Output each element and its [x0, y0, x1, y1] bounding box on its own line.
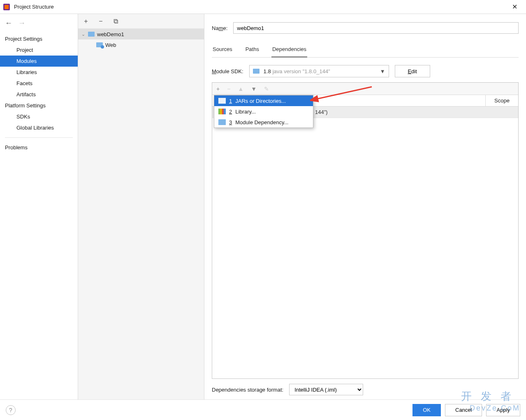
- add-menu-library[interactable]: 2 Library...: [214, 106, 313, 117]
- dep-remove-icon[interactable]: −: [227, 86, 230, 92]
- close-icon[interactable]: ✕: [506, 3, 523, 11]
- dialog-footer: ? OK Cancel Apply: [0, 399, 526, 420]
- sidebar-item-libraries[interactable]: Libraries: [0, 67, 78, 78]
- menu-label-3: Module Dependency...: [235, 119, 288, 125]
- add-menu-jars[interactable]: 1 JARs or Directories...: [214, 95, 313, 106]
- storage-format-dropdown[interactable]: IntelliJ IDEA (.iml): [289, 384, 363, 395]
- dependencies-frame: + − ▲ ▼ ✎ Scope 144") 1 JARs or Director…: [212, 82, 519, 379]
- tree-add-icon[interactable]: +: [82, 18, 90, 25]
- tree-root-label: webDemo1: [97, 31, 124, 37]
- module-sdk-row: Module SDK: 1.8 java version "1.8.0_144"…: [212, 65, 519, 77]
- dep-row-text: 144"): [315, 109, 328, 115]
- sidebar-item-facets[interactable]: Facets: [0, 78, 78, 89]
- tree-toolbar: + − ⧉: [78, 14, 204, 29]
- menu-label-1: JARs or Directories...: [235, 98, 286, 104]
- sidebar: ← → Project Settings Project Modules Lib…: [0, 14, 78, 399]
- chevron-down-icon[interactable]: ⌄: [81, 32, 88, 37]
- back-icon[interactable]: ←: [5, 19, 12, 28]
- sidebar-heading-project: Project Settings: [0, 33, 78, 44]
- sidebar-item-artifacts[interactable]: Artifacts: [0, 89, 78, 100]
- jar-icon: [218, 98, 226, 104]
- module-tree: + − ⧉ ⌄ webDemo1 Web: [78, 14, 204, 399]
- sdk-folder-icon: [253, 69, 260, 74]
- dep-down-icon[interactable]: ▼: [251, 86, 257, 92]
- dialog-body: ← → Project Settings Project Modules Lib…: [0, 14, 526, 399]
- library-icon: [218, 109, 226, 114]
- add-menu-module-dep[interactable]: 3 Module Dependency...: [214, 117, 313, 128]
- name-row: Name:: [212, 22, 519, 34]
- scope-column-header: Scope: [485, 95, 518, 106]
- menu-num-1: 1: [229, 98, 232, 104]
- sidebar-heading-platform: Platform Settings: [0, 100, 78, 111]
- nav-history: ← →: [0, 19, 78, 33]
- details-panel: Name: Sources Paths Dependencies Module …: [204, 14, 526, 399]
- dropdown-caret-icon: ▼: [380, 68, 385, 74]
- name-input[interactable]: [233, 22, 519, 34]
- sidebar-item-modules[interactable]: Modules: [0, 56, 78, 67]
- forward-icon[interactable]: →: [18, 19, 25, 28]
- dep-up-icon[interactable]: ▲: [238, 86, 243, 92]
- edit-sdk-button[interactable]: Edit: [395, 65, 430, 77]
- apply-button[interactable]: Apply: [486, 404, 520, 416]
- tree-copy-icon[interactable]: ⧉: [112, 18, 119, 25]
- details-tabs: Sources Paths Dependencies: [212, 44, 519, 58]
- sidebar-item-problems[interactable]: Problems: [0, 142, 78, 153]
- app-icon: [3, 4, 10, 10]
- tab-sources[interactable]: Sources: [212, 44, 233, 57]
- ok-button[interactable]: OK: [412, 404, 441, 416]
- name-label: Name:: [212, 25, 227, 31]
- dep-edit-icon[interactable]: ✎: [264, 86, 269, 92]
- window-title: Project Structure: [14, 4, 506, 10]
- storage-label: Dependencies storage format:: [212, 387, 283, 393]
- menu-label-2: Library...: [235, 109, 256, 115]
- sidebar-item-global-libraries[interactable]: Global Libraries: [0, 122, 78, 133]
- sdk-description: java version "1.8.0_144": [273, 68, 380, 74]
- sidebar-divider: [5, 137, 73, 138]
- module-sdk-dropdown[interactable]: 1.8 java version "1.8.0_144" ▼: [249, 65, 389, 77]
- dep-add-icon[interactable]: +: [216, 86, 220, 92]
- menu-num-3: 3: [229, 119, 232, 125]
- tab-dependencies[interactable]: Dependencies: [271, 44, 307, 58]
- help-icon[interactable]: ?: [6, 405, 16, 415]
- add-dependency-menu: 1 JARs or Directories... 2 Library... 3 …: [214, 95, 313, 128]
- web-facet-icon: [96, 42, 103, 47]
- tree-remove-icon[interactable]: −: [97, 18, 104, 25]
- tree-row-web[interactable]: Web: [78, 39, 204, 50]
- tree-row-root[interactable]: ⌄ webDemo1: [78, 29, 204, 39]
- folder-icon: [88, 32, 95, 37]
- title-bar: Project Structure ✕: [0, 0, 526, 14]
- dependencies-toolbar: + − ▲ ▼ ✎: [212, 83, 518, 95]
- module-icon: [218, 119, 226, 125]
- cancel-button[interactable]: Cancel: [445, 404, 482, 416]
- storage-format-row: Dependencies storage format: IntelliJ ID…: [212, 384, 519, 395]
- sidebar-item-sdks[interactable]: SDKs: [0, 111, 78, 122]
- tab-paths[interactable]: Paths: [245, 44, 260, 57]
- tree-child-label: Web: [105, 42, 116, 48]
- sidebar-item-project[interactable]: Project: [0, 44, 78, 56]
- menu-num-2: 2: [229, 109, 232, 115]
- sdk-version: 1.8: [264, 68, 271, 74]
- module-sdk-label: Module SDK:: [212, 68, 243, 74]
